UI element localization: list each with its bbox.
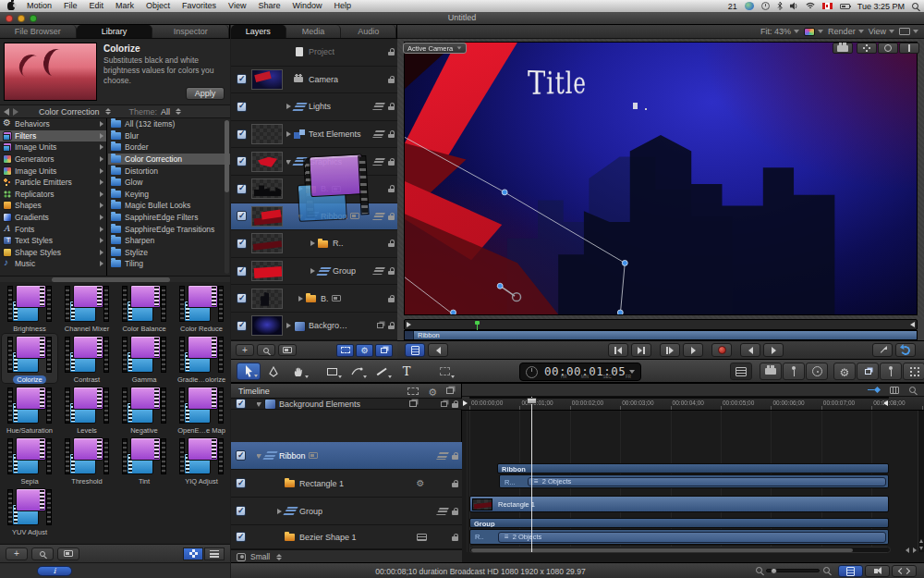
track-checkbox[interactable] <box>236 532 246 542</box>
mini-playhead[interactable] <box>477 321 478 330</box>
disclosure-triangle-icon[interactable] <box>286 77 291 82</box>
layer-row[interactable]: Group <box>231 258 397 286</box>
category-dropdown[interactable]: Color Correction <box>39 107 100 117</box>
apple-menu-icon[interactable] <box>7 2 15 10</box>
layer-checkbox[interactable] <box>237 156 247 166</box>
volume-icon[interactable] <box>790 2 798 10</box>
menu-item[interactable]: Favorites <box>182 0 216 12</box>
menu-item[interactable]: Edit <box>90 0 104 12</box>
menu-item[interactable]: Object <box>146 0 170 12</box>
list-horizontal-scrollbar[interactable] <box>0 276 230 282</box>
layer-row[interactable]: Lights <box>231 93 397 121</box>
disclosure-triangle-icon[interactable] <box>286 131 291 137</box>
layer-row[interactable]: Graphics <box>231 148 397 176</box>
filters-menu-button[interactable] <box>806 363 828 380</box>
track-checkbox[interactable] <box>236 506 246 516</box>
panel-tab[interactable]: Media <box>286 25 342 38</box>
view-dropdown[interactable]: View <box>869 27 894 36</box>
lock-icon[interactable] <box>451 452 458 460</box>
show-keyframes-button[interactable] <box>892 565 917 577</box>
layer-row[interactable]: Camera <box>231 67 397 94</box>
layer-checkbox[interactable] <box>237 321 247 331</box>
layer-checkbox[interactable] <box>237 184 247 194</box>
filter-item[interactable]: Gamma <box>116 333 173 384</box>
rectangle-tool-button[interactable] <box>320 363 344 380</box>
input-language-flag-icon[interactable] <box>822 3 833 9</box>
layer-row[interactable]: B. <box>231 176 397 203</box>
layer-row[interactable]: Ribbon <box>231 203 397 231</box>
timeline-layer-row[interactable]: Rectangle 1 <box>231 470 462 498</box>
previous-frame-button[interactable] <box>631 343 651 357</box>
gear-icon[interactable] <box>428 383 437 400</box>
filter-item[interactable]: Sepia <box>1 435 58 486</box>
category-row[interactable]: Behaviors <box>0 118 106 130</box>
folder-row[interactable]: Magic Bullet Looks <box>108 200 230 212</box>
pan-hand-tool-button[interactable] <box>286 363 310 380</box>
pan-tool-button[interactable] <box>857 43 877 54</box>
timeline-layer-row[interactable]: Background Elements <box>231 399 462 410</box>
folder-row[interactable]: Distortion <box>108 165 230 177</box>
layer-row[interactable]: R.. <box>231 230 397 258</box>
input-count[interactable]: 21 <box>728 2 737 11</box>
timeline-bar[interactable]: Rectangle 1 ≡ <box>469 496 889 512</box>
timeline-layer-row[interactable]: Ribbon <box>231 442 462 470</box>
search-layers-button[interactable] <box>257 344 275 356</box>
menu-item[interactable]: Motion <box>27 0 52 12</box>
layer-checkbox[interactable] <box>237 266 247 277</box>
disclosure-triangle-icon[interactable] <box>257 401 261 407</box>
lock-icon[interactable] <box>451 480 458 487</box>
new-camera-button[interactable] <box>760 363 782 380</box>
render-dropdown[interactable]: Render <box>828 27 864 36</box>
lock-icon[interactable] <box>387 130 395 138</box>
minimize-window-button[interactable] <box>18 15 25 22</box>
spotlight-icon[interactable] <box>912 3 918 9</box>
orbit-tool-button[interactable] <box>878 43 898 54</box>
search-button[interactable] <box>31 547 54 560</box>
track-mid-icon[interactable] <box>414 478 427 488</box>
disclosure-triangle-icon[interactable] <box>277 535 282 540</box>
copy-icon[interactable] <box>446 387 454 394</box>
add-layer-button[interactable]: + <box>236 344 254 356</box>
list-view-button[interactable] <box>204 547 225 560</box>
globe-icon[interactable] <box>745 2 754 10</box>
out-point-marker[interactable] <box>910 322 915 327</box>
row-size-value[interactable]: Small <box>250 552 270 561</box>
apply-button[interactable]: Apply <box>186 87 225 100</box>
lock-icon[interactable] <box>387 103 395 110</box>
lock-icon[interactable] <box>387 76 395 83</box>
disclosure-triangle-icon[interactable] <box>286 323 291 328</box>
text-tool-button[interactable]: T <box>395 363 419 380</box>
folder-row[interactable]: All (132 items) <box>108 118 230 130</box>
filter-item[interactable]: Levels <box>58 384 116 435</box>
category-row[interactable]: Generators <box>0 154 106 166</box>
particles-button[interactable] <box>903 363 924 380</box>
objects-pill[interactable]: ≡ 2 Objects <box>528 477 886 486</box>
go-to-start-button[interactable] <box>608 343 628 357</box>
time-machine-icon[interactable] <box>761 2 770 10</box>
preview-toggle-button[interactable] <box>57 547 79 560</box>
filter-item[interactable]: Colorize <box>1 333 58 384</box>
record-button[interactable] <box>711 343 732 357</box>
zoom-slider[interactable] <box>766 569 820 572</box>
category-row[interactable]: Gradients <box>0 212 106 224</box>
marquee-icon[interactable] <box>407 387 419 395</box>
filter-item[interactable]: Contrast <box>58 333 116 384</box>
theme-dropdown[interactable]: All <box>161 107 170 117</box>
filter-item[interactable]: Threshold <box>58 435 116 486</box>
timeline-bar[interactable]: Group ≡ <box>469 518 889 528</box>
timeline-zoom-icon[interactable] <box>909 387 916 393</box>
zoom-window-button[interactable] <box>30 15 37 22</box>
settings-gear-button[interactable] <box>833 363 856 380</box>
bluetooth-icon[interactable] <box>777 2 783 10</box>
dolly-tool-button[interactable] <box>899 43 919 54</box>
category-row[interactable]: Shapes <box>0 200 106 212</box>
filter-item[interactable]: OpenE…e Map <box>173 384 230 435</box>
forward-arrow-icon[interactable] <box>13 108 18 116</box>
panel-tab[interactable]: Layers <box>231 25 286 38</box>
lock-icon[interactable] <box>387 322 395 329</box>
lock-icon[interactable] <box>387 295 395 302</box>
fit-zoom-dropdown[interactable]: Fit: 43% <box>760 27 799 36</box>
lock-icon[interactable] <box>387 48 395 55</box>
filter-item[interactable]: Brightness <box>1 282 58 333</box>
lock-icon[interactable] <box>387 185 395 192</box>
